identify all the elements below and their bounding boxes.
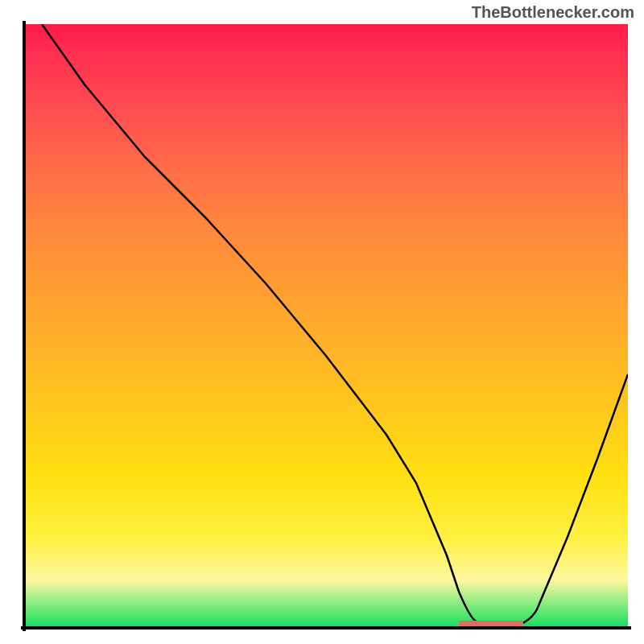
watermark-text: TheBottlenecker.com xyxy=(472,3,634,22)
axes-svg xyxy=(0,0,644,644)
chart-container: TheBottlenecker.com xyxy=(0,0,644,644)
